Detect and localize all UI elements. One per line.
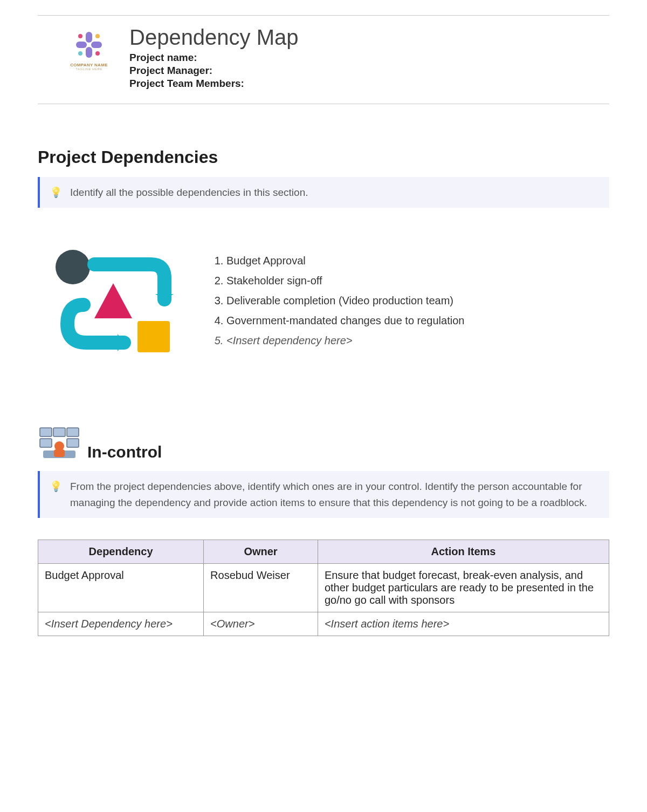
in-control-table: Dependency Owner Action Items Budget App… <box>38 540 609 636</box>
dependency-flow-icon <box>38 245 183 361</box>
in-control-callout-text: From the project dependencies above, ide… <box>70 479 600 510</box>
svg-rect-16 <box>40 439 52 447</box>
svg-point-8 <box>56 250 90 284</box>
project-name-label: Project name: <box>129 52 609 64</box>
lightbulb-icon: 💡 <box>50 185 63 200</box>
document-title: Dependency Map <box>129 25 609 50</box>
dependency-list-item: Stakeholder sign-off <box>226 271 609 291</box>
table-cell-owner: <Owner> <box>204 612 318 636</box>
table-cell-action: Ensure that budget forecast, break-even … <box>318 564 609 612</box>
logo-subcaption: TAGLINE HERE <box>65 67 113 71</box>
dependency-list-item: Budget Approval <box>226 251 609 271</box>
svg-rect-2 <box>76 42 87 48</box>
dependencies-callout-text: Identify all the possible dependencies i… <box>70 185 308 200</box>
svg-rect-13 <box>40 428 52 436</box>
svg-point-5 <box>95 34 100 38</box>
svg-rect-17 <box>67 439 79 447</box>
dependency-list-item: <Insert dependency here> <box>226 331 609 351</box>
svg-rect-1 <box>86 47 92 58</box>
table-cell-dependency: Budget Approval <box>38 564 204 612</box>
project-dependencies-heading: Project Dependencies <box>38 147 609 167</box>
svg-marker-9 <box>94 283 132 318</box>
table-row: <Insert Dependency here><Owner><Insert a… <box>38 612 609 636</box>
table-cell-action: <Insert action items here> <box>318 612 609 636</box>
svg-rect-10 <box>137 321 170 352</box>
svg-point-4 <box>78 34 82 38</box>
dependency-list-item: Government-mandated changes due to regul… <box>226 311 609 331</box>
in-control-heading-row: In-control <box>38 426 609 462</box>
col-dependency: Dependency <box>38 540 204 564</box>
company-logo: COMPANY NAME TAGLINE HERE <box>65 25 113 71</box>
dependency-list: Budget ApprovalStakeholder sign-offDeliv… <box>210 245 609 351</box>
lightbulb-icon: 💡 <box>50 479 63 510</box>
header-divider <box>38 104 609 104</box>
in-control-heading: In-control <box>87 443 162 462</box>
col-action-items: Action Items <box>318 540 609 564</box>
control-center-icon <box>38 426 81 462</box>
svg-rect-3 <box>91 42 102 48</box>
svg-rect-15 <box>67 428 79 436</box>
svg-rect-0 <box>86 32 92 43</box>
in-control-callout: 💡 From the project dependencies above, i… <box>38 471 609 518</box>
table-row: Budget ApprovalRosebud WeiserEnsure that… <box>38 564 609 612</box>
svg-rect-14 <box>53 428 65 436</box>
logo-icon <box>73 29 105 61</box>
logo-caption: COMPANY NAME <box>65 63 113 67</box>
document-header: COMPANY NAME TAGLINE HERE Dependency Map… <box>38 16 609 93</box>
table-cell-dependency: <Insert Dependency here> <box>38 612 204 636</box>
dependency-list-item: Deliverable completion (Video production… <box>226 291 609 311</box>
svg-rect-20 <box>54 449 65 457</box>
table-cell-owner: Rosebud Weiser <box>204 564 318 612</box>
svg-point-7 <box>95 51 100 56</box>
team-members-label: Project Team Members: <box>129 78 609 90</box>
svg-point-6 <box>78 51 82 56</box>
col-owner: Owner <box>204 540 318 564</box>
project-manager-label: Project Manager: <box>129 65 609 77</box>
dependencies-callout: 💡 Identify all the possible dependencies… <box>38 177 609 208</box>
